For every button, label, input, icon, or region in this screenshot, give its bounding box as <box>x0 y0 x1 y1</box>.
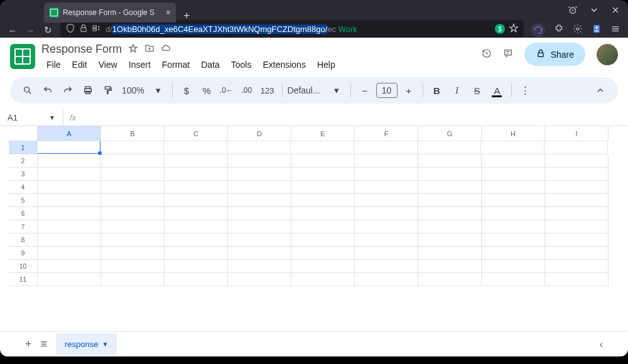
spreadsheet-grid[interactable]: ABCDEFGHI 1234567891011 <box>0 126 628 331</box>
cell-B1[interactable] <box>100 141 164 154</box>
col-header-I[interactable]: I <box>545 126 609 141</box>
cell-G11[interactable] <box>418 273 482 286</box>
cell-I11[interactable] <box>545 273 609 286</box>
cell-G1[interactable] <box>418 141 481 154</box>
row-header-6[interactable]: 6 <box>9 207 38 220</box>
cell-B3[interactable] <box>101 168 165 181</box>
cell-A7[interactable] <box>38 220 101 233</box>
cell-H2[interactable] <box>482 154 545 168</box>
cell-H4[interactable] <box>482 181 545 194</box>
zoom-dropdown-icon[interactable]: ▾ <box>149 82 167 99</box>
cell-E9[interactable] <box>291 247 355 260</box>
font-family-select[interactable]: Defaul... <box>288 85 325 95</box>
cell-A2[interactable] <box>38 154 101 168</box>
cell-B5[interactable] <box>101 194 165 207</box>
menu-file[interactable]: File <box>41 57 66 72</box>
cell-D7[interactable] <box>228 220 291 233</box>
cell-F3[interactable] <box>355 168 418 181</box>
window-close-icon[interactable] <box>610 5 620 18</box>
move-folder-icon[interactable] <box>144 43 154 56</box>
cell-B10[interactable] <box>101 260 165 273</box>
menu-help[interactable]: Help <box>312 57 340 72</box>
all-sheets-icon[interactable]: ≡ <box>41 338 48 351</box>
cell-E1[interactable] <box>291 141 354 154</box>
lock-icon[interactable] <box>78 23 89 35</box>
font-dropdown-icon[interactable]: ▾ <box>328 82 345 99</box>
add-sheet-button[interactable]: + <box>25 338 32 351</box>
menu-format[interactable]: Format <box>157 57 195 72</box>
cell-G10[interactable] <box>418 260 482 273</box>
name-box-dropdown-icon[interactable]: ▼ <box>49 114 55 121</box>
cell-A11[interactable] <box>38 273 101 286</box>
cell-D4[interactable] <box>228 181 291 194</box>
cell-G8[interactable] <box>418 233 482 247</box>
scroll-tabs-left-icon[interactable]: ‹ <box>600 339 603 350</box>
cell-G4[interactable] <box>418 181 482 194</box>
sheet-tab-active[interactable]: response ▼ <box>56 333 117 355</box>
cell-I4[interactable] <box>545 181 609 194</box>
more-toolbar-icon[interactable]: ⋮ <box>517 82 534 99</box>
col-header-B[interactable]: B <box>101 126 165 141</box>
doc-title[interactable]: Response Form <box>41 43 122 56</box>
row-header-10[interactable]: 10 <box>9 260 38 273</box>
history-icon[interactable] <box>482 48 492 61</box>
cell-I1[interactable] <box>544 141 608 154</box>
row-header-4[interactable]: 4 <box>9 181 38 194</box>
comment-icon[interactable] <box>503 48 513 61</box>
cell-C8[interactable] <box>165 233 228 247</box>
cell-A9[interactable] <box>38 247 101 260</box>
menu-insert[interactable]: Insert <box>124 57 156 72</box>
name-box[interactable]: A1 ▼ <box>0 113 63 122</box>
undo-icon[interactable] <box>39 82 57 99</box>
sheets-app-icon[interactable] <box>10 44 35 69</box>
cell-G3[interactable] <box>418 168 482 181</box>
settings-gear-icon[interactable] <box>573 24 583 36</box>
cell-I6[interactable] <box>545 207 609 220</box>
cells[interactable] <box>38 141 609 286</box>
menu-edit[interactable]: Edit <box>67 57 92 72</box>
user-avatar[interactable] <box>597 44 618 65</box>
cell-H3[interactable] <box>482 168 545 181</box>
cell-G6[interactable] <box>418 207 482 220</box>
zoom-value[interactable]: 100% <box>119 85 147 95</box>
row-header-3[interactable]: 3 <box>9 168 38 181</box>
cell-E10[interactable] <box>291 260 355 273</box>
cell-E11[interactable] <box>291 273 355 286</box>
col-header-C[interactable]: C <box>165 126 228 141</box>
text-color-icon[interactable]: A <box>489 82 506 99</box>
browser-tab[interactable]: Response Form - Google S × <box>44 3 176 23</box>
cell-F4[interactable] <box>355 181 418 194</box>
bold-icon[interactable]: B <box>428 82 446 99</box>
cell-H7[interactable] <box>482 220 545 233</box>
font-size-increase[interactable]: + <box>400 82 418 99</box>
cell-H8[interactable] <box>482 233 545 247</box>
cell-F10[interactable] <box>355 260 418 273</box>
cell-A3[interactable] <box>38 168 101 181</box>
cell-F1[interactable] <box>354 141 418 154</box>
menu-tools[interactable]: Tools <box>226 57 257 72</box>
cell-I7[interactable] <box>545 220 609 233</box>
bookmark-icon[interactable] <box>509 23 519 35</box>
cell-I2[interactable] <box>545 154 609 168</box>
cell-C2[interactable] <box>165 154 228 168</box>
row-header-2[interactable]: 2 <box>9 154 38 168</box>
redo-icon[interactable] <box>59 82 77 99</box>
row-header-8[interactable]: 8 <box>9 233 38 247</box>
cell-F11[interactable] <box>355 273 418 286</box>
menu-icon[interactable] <box>610 24 620 36</box>
cell-I3[interactable] <box>545 168 609 181</box>
cell-D2[interactable] <box>228 154 291 168</box>
cell-G5[interactable] <box>418 194 482 207</box>
print-icon[interactable] <box>79 82 97 99</box>
cell-G9[interactable] <box>418 247 482 260</box>
increase-decimal-icon[interactable]: .00 <box>238 82 256 99</box>
cell-A6[interactable] <box>38 207 101 220</box>
row-header-1[interactable]: 1 <box>9 141 38 154</box>
strikethrough-icon[interactable]: S <box>468 82 486 99</box>
row-header-9[interactable]: 9 <box>9 247 38 260</box>
cell-D1[interactable] <box>227 141 291 154</box>
cell-C6[interactable] <box>165 207 228 220</box>
cloud-status-icon[interactable] <box>161 43 171 56</box>
permissions-icon[interactable] <box>92 23 102 35</box>
cell-H11[interactable] <box>482 273 545 286</box>
